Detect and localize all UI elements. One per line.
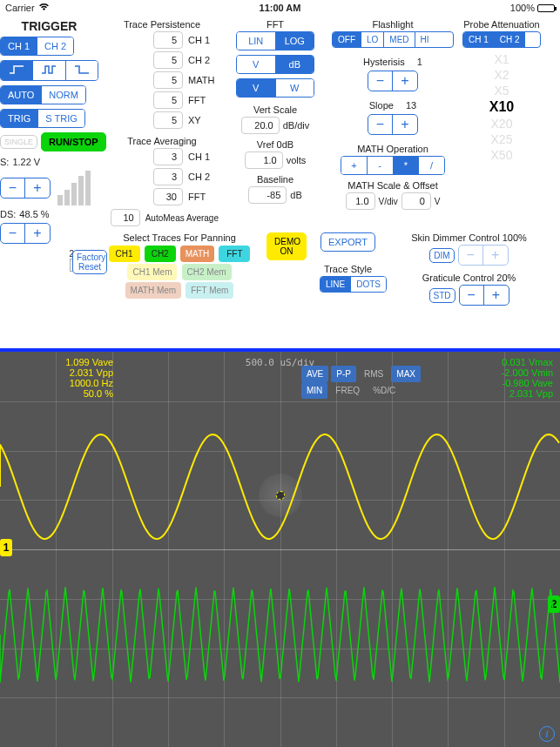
- flash-lo[interactable]: LO: [361, 32, 384, 47]
- fft-v2[interactable]: V: [237, 79, 276, 97]
- trigger-trig[interactable]: TRIG: [1, 110, 38, 127]
- trigger-ch1[interactable]: CH 1: [1, 37, 37, 55]
- vref-val[interactable]: 1.0: [245, 151, 283, 169]
- flash-hi[interactable]: HI: [415, 32, 435, 47]
- meas-min[interactable]: MIN: [301, 382, 327, 399]
- pan-fftm[interactable]: FFT Mem: [186, 282, 233, 299]
- math-plus[interactable]: +: [341, 157, 368, 174]
- atten-X50[interactable]: X50: [462, 147, 541, 163]
- trace-style-seg[interactable]: LINE DOTS: [320, 276, 387, 293]
- skin-stepper[interactable]: −+: [458, 245, 509, 266]
- minus-icon[interactable]: −: [459, 246, 483, 265]
- edge-falling-icon[interactable]: [66, 61, 98, 80]
- probe-ch2[interactable]: CH 2: [495, 32, 525, 47]
- autom-val[interactable]: 10: [111, 209, 140, 226]
- flash-med[interactable]: MED: [384, 32, 415, 47]
- fft-w[interactable]: W: [276, 79, 314, 97]
- meas-rms[interactable]: RMS: [359, 366, 388, 382]
- persist-val-3[interactable]: 5: [153, 91, 183, 109]
- atten-X10[interactable]: X10: [462, 98, 541, 116]
- math-scale-val[interactable]: 1.0: [346, 192, 375, 210]
- plus-icon[interactable]: +: [25, 224, 50, 243]
- fft-unit1-seg[interactable]: V dB: [236, 55, 314, 74]
- plus-icon[interactable]: +: [393, 71, 417, 91]
- plus-icon[interactable]: +: [393, 115, 417, 134]
- oscilloscope-display[interactable]: /*grid drawn below via JS*/ 1.099 Vave 2…: [0, 352, 560, 747]
- math-star[interactable]: *: [394, 157, 420, 174]
- minus-icon[interactable]: −: [1, 178, 25, 198]
- pan-ch1[interactable]: CH1: [109, 246, 140, 262]
- demo-button[interactable]: DEMO ON: [267, 232, 307, 260]
- atten-picker[interactable]: X1X2X5X10X20X25X50: [462, 51, 541, 163]
- pan-ch2m[interactable]: CH2 Mem: [182, 264, 232, 280]
- trigger-auto[interactable]: AUTO: [1, 86, 42, 104]
- trigger-type-seg[interactable]: TRIG S TRIG: [0, 109, 85, 128]
- probe-ch1[interactable]: CH 1: [463, 32, 495, 47]
- trigger-strig[interactable]: S TRIG: [38, 110, 84, 127]
- fft-scale-seg[interactable]: LIN LOG: [236, 31, 314, 50]
- trigger-ch2[interactable]: CH 2: [37, 37, 73, 55]
- avg-val-1[interactable]: 3: [153, 168, 183, 185]
- minus-icon[interactable]: −: [368, 71, 393, 91]
- trigger-mode-seg[interactable]: AUTO NORM: [0, 85, 86, 104]
- avg-val-0[interactable]: 3: [153, 148, 183, 165]
- fft-unit2-seg[interactable]: V W: [236, 78, 314, 98]
- factory-reset-button[interactable]: Factory Reset: [72, 250, 107, 274]
- meas-max[interactable]: MAX: [391, 366, 421, 382]
- minus-icon[interactable]: −: [368, 115, 393, 134]
- fft-log[interactable]: LOG: [276, 32, 314, 50]
- math-off-val[interactable]: 0: [401, 192, 431, 210]
- persist-val-1[interactable]: 5: [153, 51, 183, 69]
- ds-stepper[interactable]: − +: [0, 223, 51, 244]
- vert-val[interactable]: 20.0: [241, 117, 280, 134]
- trigger-channel-seg[interactable]: CH 1 CH 2: [0, 37, 74, 56]
- edge-rising-icon[interactable]: [1, 61, 33, 80]
- atten-X5[interactable]: X5: [462, 83, 541, 98]
- single-button[interactable]: SINGLE: [0, 135, 37, 149]
- dim-button[interactable]: DIM: [429, 248, 454, 263]
- flashlight-seg[interactable]: OFF LO MED HI: [332, 31, 454, 48]
- base-val[interactable]: -85: [248, 186, 287, 204]
- edge-both-icon[interactable]: [33, 61, 65, 80]
- fft-db[interactable]: dB: [276, 56, 314, 73]
- math-slash[interactable]: /: [419, 157, 444, 174]
- trigger-edge-seg[interactable]: [0, 60, 98, 81]
- trigger-norm[interactable]: NORM: [42, 86, 85, 104]
- grat-stepper[interactable]: −+: [459, 285, 509, 306]
- meas-dc[interactable]: %D/C: [368, 382, 401, 399]
- minus-icon[interactable]: −: [1, 224, 25, 243]
- minus-icon[interactable]: −: [460, 286, 484, 305]
- persist-val-0[interactable]: 5: [153, 31, 183, 49]
- meas-freq[interactable]: FREQ: [330, 382, 365, 399]
- info-icon[interactable]: i: [539, 726, 555, 742]
- hyst-stepper[interactable]: −+: [368, 71, 418, 91]
- pan-math[interactable]: MATH: [180, 246, 215, 262]
- probe-ch-seg[interactable]: CH 1 CH 2: [462, 31, 541, 48]
- pan-ch1m[interactable]: CH1 Mem: [127, 264, 177, 280]
- std-button[interactable]: STD: [429, 288, 455, 303]
- plus-icon[interactable]: +: [25, 178, 50, 198]
- persist-val-2[interactable]: 5: [153, 71, 183, 89]
- runstop-button[interactable]: RUN/STOP: [41, 132, 106, 151]
- fft-v1[interactable]: V: [237, 56, 276, 73]
- avg-val-2[interactable]: 30: [153, 188, 183, 205]
- atten-X2[interactable]: X2: [462, 67, 541, 83]
- s-stepper[interactable]: − +: [0, 178, 51, 199]
- slope-stepper[interactable]: −+: [368, 114, 418, 135]
- pan-ch2[interactable]: CH2: [145, 246, 176, 262]
- style-line[interactable]: LINE: [320, 277, 351, 292]
- atten-X1[interactable]: X1: [462, 51, 541, 67]
- plus-icon[interactable]: +: [484, 286, 509, 305]
- plus-icon[interactable]: +: [483, 246, 508, 265]
- fft-lin[interactable]: LIN: [237, 32, 276, 50]
- atten-X20[interactable]: X20: [462, 116, 541, 131]
- persist-val-4[interactable]: 5: [153, 111, 183, 129]
- flash-off[interactable]: OFF: [333, 32, 361, 47]
- meas-ave[interactable]: AVE: [301, 366, 328, 382]
- export-button[interactable]: EXPORT: [320, 232, 375, 252]
- math-minus[interactable]: -: [368, 157, 394, 174]
- math-op-seg[interactable]: + - * /: [341, 156, 445, 175]
- style-dots[interactable]: DOTS: [351, 277, 386, 292]
- meas-pp[interactable]: P-P: [331, 366, 356, 382]
- pan-fft[interactable]: FFT: [219, 246, 250, 262]
